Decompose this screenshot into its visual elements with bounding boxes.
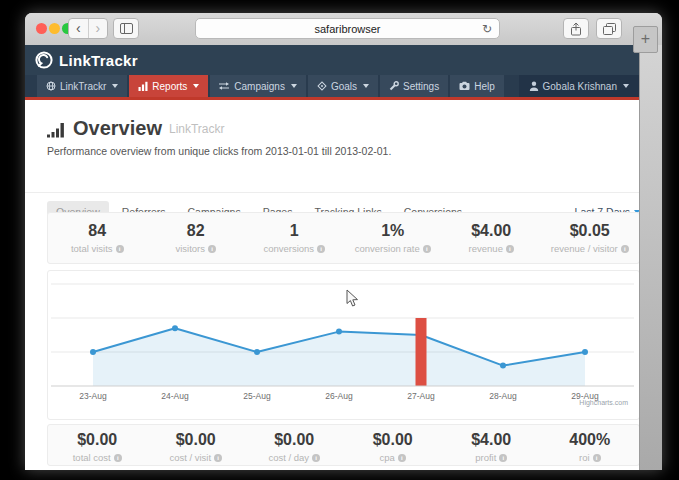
sidebar-toggle-button[interactable] xyxy=(113,18,139,39)
show-tabs-button[interactable] xyxy=(596,18,622,39)
svg-text:28-Aug: 28-Aug xyxy=(489,391,517,401)
nav-item-goals[interactable]: Goals xyxy=(308,75,378,97)
stat-value: $0.00 xyxy=(48,431,147,449)
url-text: safaribrowser xyxy=(314,23,380,35)
visits-chart-panel[interactable]: 23-Aug24-Aug25-Aug26-Aug27-Aug28-Aug29-A… xyxy=(47,270,640,420)
signal-bars-icon xyxy=(47,122,66,138)
stat-revenue-per-visitor: $0.05 revenue / visitori xyxy=(541,222,640,263)
close-window-button[interactable] xyxy=(36,23,47,34)
globe-icon xyxy=(46,81,56,91)
stat-conversion-rate: 1% conversion ratei xyxy=(344,222,443,263)
stat-value: 82 xyxy=(147,222,246,240)
web-page: LinkTrackr LinkTrackr xyxy=(25,45,640,470)
stats-panel-bottom: $0.00 total costi $0.00 cost / visiti $0… xyxy=(47,424,640,466)
nav-label: Reports xyxy=(152,81,187,92)
user-name: Gobala Krishnan xyxy=(543,81,618,92)
nav-label: Goals xyxy=(331,81,357,92)
info-icon[interactable]: i xyxy=(593,454,601,462)
nav-item-help[interactable]: Help xyxy=(450,75,504,97)
caret-down-icon xyxy=(623,84,629,88)
stat-cpa: $0.00 cpai xyxy=(344,431,443,465)
visits-area-chart: 23-Aug24-Aug25-Aug26-Aug27-Aug28-Aug29-A… xyxy=(48,271,639,419)
svg-text:23-Aug: 23-Aug xyxy=(79,391,107,401)
nav-label: Campaigns xyxy=(234,81,285,92)
nav-label: Settings xyxy=(403,81,439,92)
stat-value: $0.00 xyxy=(147,431,246,449)
main-nav: LinkTrackr Reports xyxy=(25,75,640,100)
nav-label: Help xyxy=(474,81,495,92)
stat-label: revenue xyxy=(469,243,503,254)
info-icon[interactable]: i xyxy=(317,245,325,253)
share-button[interactable] xyxy=(563,18,589,39)
stat-cost-per-day: $0.00 cost / dayi xyxy=(245,431,344,465)
info-icon[interactable]: i xyxy=(499,454,507,462)
screenshot-frame: ‹ › safaribrowser ↻ xyxy=(0,0,679,480)
bar-chart-icon xyxy=(138,81,148,91)
stat-label: cost / day xyxy=(268,452,309,463)
stat-profit: $4.00 profiti xyxy=(442,431,541,465)
back-button[interactable]: ‹ xyxy=(69,19,88,38)
stat-visitors: 82 visitorsi xyxy=(147,222,246,263)
info-icon[interactable]: i xyxy=(423,245,431,253)
stat-label: cpa xyxy=(380,452,395,463)
site-header: LinkTrackr xyxy=(25,45,640,75)
stat-label: roi xyxy=(579,452,590,463)
window-edge-strip xyxy=(639,45,662,470)
reload-icon[interactable]: ↻ xyxy=(482,22,492,36)
info-icon[interactable]: i xyxy=(506,245,514,253)
forward-button[interactable]: › xyxy=(88,19,108,38)
linktrackr-logo-icon xyxy=(34,50,54,70)
user-icon xyxy=(529,81,539,91)
stat-value: $0.00 xyxy=(245,431,344,449)
caret-down-icon xyxy=(291,84,297,88)
info-icon[interactable]: i xyxy=(312,454,320,462)
stat-label: total visits xyxy=(71,243,113,254)
browser-toolbar: ‹ › safaribrowser ↻ xyxy=(25,13,662,46)
svg-text:Highcharts.com: Highcharts.com xyxy=(579,399,628,407)
nav-item-campaigns[interactable]: Campaigns xyxy=(210,75,306,97)
new-tab-button[interactable]: + xyxy=(633,26,658,53)
caret-down-icon xyxy=(363,84,369,88)
stat-total-cost: $0.00 total costi xyxy=(48,431,147,465)
stat-label: conversions xyxy=(263,243,314,254)
svg-text:26-Aug: 26-Aug xyxy=(325,391,353,401)
info-icon[interactable]: i xyxy=(621,245,629,253)
nav-label: LinkTrackr xyxy=(60,81,106,92)
nav-item-linktrackr[interactable]: LinkTrackr xyxy=(37,75,127,97)
address-bar[interactable]: safaribrowser ↻ xyxy=(195,18,500,39)
info-icon[interactable]: i xyxy=(116,245,124,253)
stat-value: 400% xyxy=(541,431,640,449)
mouse-cursor xyxy=(346,289,359,308)
page-title-suffix: LinkTrackr xyxy=(169,122,225,138)
info-icon[interactable]: i xyxy=(214,454,222,462)
svg-text:25-Aug: 25-Aug xyxy=(243,391,271,401)
stat-label: total cost xyxy=(73,452,111,463)
share-icon xyxy=(570,22,582,36)
shuffle-icon xyxy=(219,81,230,91)
nav-item-settings[interactable]: Settings xyxy=(380,75,448,97)
stat-label: profit xyxy=(475,452,496,463)
stat-label: visitors xyxy=(175,243,205,254)
wrench-icon xyxy=(389,81,399,91)
stat-cost-per-visit: $0.00 cost / visiti xyxy=(147,431,246,465)
nav-item-reports[interactable]: Reports xyxy=(129,75,208,97)
svg-text:27-Aug: 27-Aug xyxy=(407,391,435,401)
stat-value: 1 xyxy=(245,222,344,240)
info-icon[interactable]: i xyxy=(208,245,216,253)
stats-panel-top: 84 total visitsi 82 visitorsi 1 conversi… xyxy=(47,212,640,264)
info-icon[interactable]: i xyxy=(114,454,122,462)
stat-value: $0.05 xyxy=(541,222,640,240)
page-subtitle: Performance overview from unique clicks … xyxy=(47,145,391,157)
info-icon[interactable]: i xyxy=(398,454,406,462)
logo-text[interactable]: LinkTrackr xyxy=(59,52,138,69)
minimize-window-button[interactable] xyxy=(49,23,60,34)
svg-text:24-Aug: 24-Aug xyxy=(161,391,189,401)
stat-label: conversion rate xyxy=(355,243,420,254)
stat-value: 1% xyxy=(344,222,443,240)
stat-value: 84 xyxy=(48,222,147,240)
tabs-overview-icon xyxy=(603,23,616,35)
user-menu[interactable]: Gobala Krishnan xyxy=(519,75,640,97)
browser-window: ‹ › safaribrowser ↻ xyxy=(25,13,662,470)
goal-diamond-icon xyxy=(317,81,327,91)
stat-conversions: 1 conversionsi xyxy=(245,222,344,263)
